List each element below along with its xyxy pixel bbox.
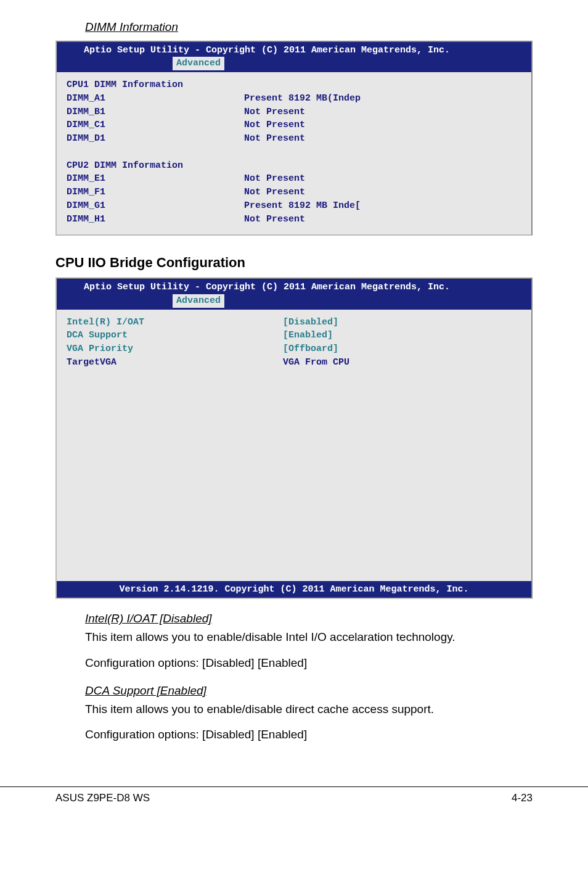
dimm-d1-label: DIMM_D1 bbox=[67, 133, 105, 144]
dimm-h1-label: DIMM_H1 bbox=[67, 214, 105, 225]
dimm-f1-label: DIMM_F1 bbox=[67, 187, 105, 197]
iio-section-title: CPU IIO Bridge Configuration bbox=[55, 253, 533, 273]
dimm-e1-value: Not Present bbox=[244, 173, 305, 184]
bios-tab-advanced-2[interactable]: Advanced bbox=[173, 294, 224, 308]
intel-ioat-heading: Intel(R) I/OAT [Disabled] bbox=[55, 610, 533, 627]
dimm-e1-label: DIMM_E1 bbox=[67, 173, 105, 184]
bios-header-text-2: Aptio Setup Utility - Copyright (C) 2011… bbox=[84, 282, 450, 292]
dimm-c1-label: DIMM_C1 bbox=[67, 120, 105, 130]
intel-ioat-label[interactable]: Intel(R) I/OAT bbox=[67, 317, 144, 328]
footer-page-number: 4-23 bbox=[512, 791, 533, 806]
bios-dimm-body: CPU1 DIMM Information DIMM_A1 Present 81… bbox=[57, 72, 531, 234]
dimm-g1-label: DIMM_G1 bbox=[67, 200, 105, 211]
vga-priority-value[interactable]: [Offboard] bbox=[283, 344, 338, 354]
dimm-h1-value: Not Present bbox=[244, 214, 305, 225]
bios-footer-bar: Version 2.14.1219. Copyright (C) 2011 Am… bbox=[57, 581, 531, 598]
dimm-c1-value: Not Present bbox=[244, 120, 305, 130]
bios-header-bar-2: Aptio Setup Utility - Copyright (C) 2011… bbox=[57, 279, 531, 310]
cpu2-dimm-header: CPU2 DIMM Information bbox=[67, 160, 183, 171]
intel-ioat-value[interactable]: [Disabled] bbox=[283, 317, 338, 328]
dimm-d1-value: Not Present bbox=[244, 133, 305, 144]
dimm-a1-value: Present 8192 MB(Indep bbox=[244, 93, 361, 104]
dimm-a1-label: DIMM_A1 bbox=[67, 93, 105, 104]
intel-ioat-options: Configuration options: [Disabled] [Enabl… bbox=[55, 654, 533, 672]
vga-priority-label[interactable]: VGA Priority bbox=[67, 344, 133, 354]
dimm-info-section-title: DIMM Information bbox=[55, 19, 533, 36]
dca-support-label[interactable]: DCA Support bbox=[67, 330, 128, 340]
bios-tab-advanced[interactable]: Advanced bbox=[173, 57, 224, 70]
page-footer: ASUS Z9PE-D8 WS 4-23 bbox=[0, 786, 588, 806]
dca-support-heading: DCA Support [Enabled] bbox=[55, 682, 533, 699]
bios-header-bar: Aptio Setup Utility - Copyright (C) 2011… bbox=[57, 42, 531, 73]
dca-support-options: Configuration options: [Disabled] [Enabl… bbox=[55, 726, 533, 743]
dimm-b1-label: DIMM_B1 bbox=[67, 107, 105, 117]
intel-ioat-description: This item allows you to enable/disable I… bbox=[55, 629, 533, 646]
dimm-f1-value: Not Present bbox=[244, 187, 305, 197]
targetvga-value: VGA From CPU bbox=[283, 357, 349, 368]
dca-support-value[interactable]: [Enabled] bbox=[283, 330, 333, 340]
bios-panel-iio: Aptio Setup Utility - Copyright (C) 2011… bbox=[55, 278, 533, 599]
cpu1-dimm-header: CPU1 DIMM Information bbox=[67, 80, 183, 90]
dca-support-description: This item allows you to enable/disable d… bbox=[55, 701, 533, 718]
dimm-b1-value: Not Present bbox=[244, 107, 305, 117]
bios-header-text: Aptio Setup Utility - Copyright (C) 2011… bbox=[84, 45, 450, 56]
bios-iio-body: Intel(R) I/OAT [Disabled] DCA Support [E… bbox=[57, 310, 531, 581]
page-content: DIMM Information Aptio Setup Utility - C… bbox=[0, 19, 588, 743]
targetvga-label: TargetVGA bbox=[67, 357, 116, 368]
dimm-g1-value: Present 8192 MB Inde[ bbox=[244, 200, 361, 211]
footer-left: ASUS Z9PE-D8 WS bbox=[55, 791, 150, 806]
bios-panel-dimm: Aptio Setup Utility - Copyright (C) 2011… bbox=[55, 41, 533, 236]
